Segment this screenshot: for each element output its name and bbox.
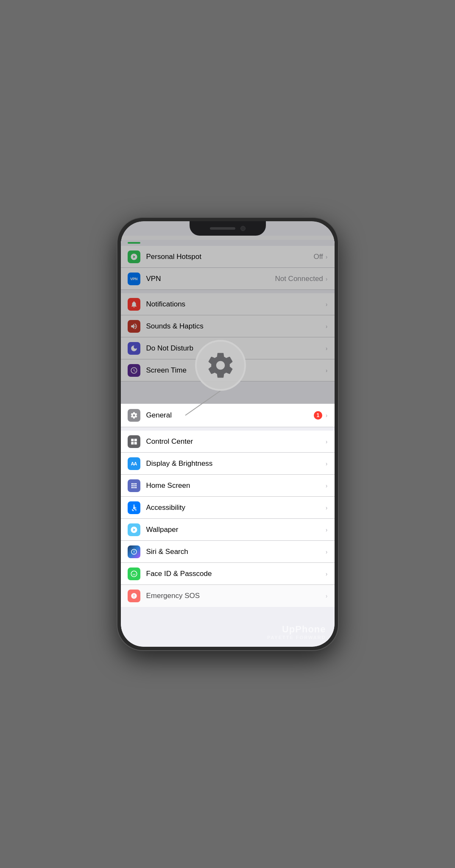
below-settings-list: Control Center › AA Display & Brightness…: [121, 427, 335, 647]
control-center-label: Control Center: [146, 437, 326, 446]
do-not-disturb-label: Do Not Disturb: [146, 344, 326, 353]
watermark: UpPhone PAYETTE FORWARD: [267, 624, 326, 640]
hotspot-chevron: ›: [326, 253, 328, 260]
accessibility-icon: [128, 501, 140, 514]
general-chevron: ›: [326, 412, 328, 419]
hotspot-icon: [128, 250, 140, 263]
face-id-icon: [128, 568, 140, 580]
general-icon: [128, 409, 140, 422]
screen-time-label: Screen Time: [146, 366, 326, 375]
control-center-icon: [128, 435, 140, 448]
control-center-chevron: ›: [326, 438, 328, 445]
face-id-chevron: ›: [326, 570, 328, 577]
watermark-brand: UpPhone: [267, 624, 326, 635]
general-row[interactable]: General 1 ›: [121, 403, 335, 427]
hotspot-value: Off: [313, 253, 323, 261]
vpn-label: VPN: [146, 275, 275, 283]
home-screen-chevron: ›: [326, 482, 328, 489]
screen-time-chevron: ›: [326, 367, 328, 374]
spacer-3: [121, 427, 335, 431]
display-brightness-label: Display & Brightness: [146, 459, 326, 468]
emergency-icon: [128, 590, 140, 602]
green-indicator: [128, 242, 140, 244]
sounds-label: Sounds & Haptics: [146, 322, 326, 331]
personal-hotspot-row[interactable]: Personal Hotspot Off ›: [121, 246, 335, 268]
hotspot-label: Personal Hotspot: [146, 253, 314, 261]
watermark-sub: PAYETTE FORWARD: [267, 635, 326, 640]
svg-point-0: [133, 504, 134, 506]
sounds-row[interactable]: Sounds & Haptics ›: [121, 315, 335, 337]
accessibility-chevron: ›: [326, 504, 328, 511]
screen-time-icon: [128, 364, 140, 377]
spacer-2: [121, 381, 335, 385]
vpn-row[interactable]: VPN VPN Not Connected ›: [121, 268, 335, 290]
spacer-1: [121, 290, 335, 293]
emergency-label: Emergency SOS: [146, 592, 326, 600]
wallpaper-row[interactable]: Wallpaper ›: [121, 519, 335, 541]
home-screen-label: Home Screen: [146, 481, 326, 490]
vpn-chevron: ›: [326, 275, 328, 282]
speaker: [210, 227, 235, 230]
notifications-label: Notifications: [146, 300, 326, 309]
top-spacer: [121, 240, 335, 246]
wallpaper-label: Wallpaper: [146, 526, 326, 534]
display-brightness-row[interactable]: AA Display & Brightness ›: [121, 453, 335, 475]
face-id-label: Face ID & Passcode: [146, 570, 326, 578]
face-id-row[interactable]: Face ID & Passcode ›: [121, 563, 335, 585]
accessibility-label: Accessibility: [146, 504, 326, 512]
sounds-icon: [128, 320, 140, 333]
front-camera: [240, 226, 246, 231]
home-screen-icon: [128, 479, 140, 492]
notch: [190, 221, 266, 236]
do-not-disturb-icon: [128, 342, 140, 355]
siri-chevron: ›: [326, 548, 328, 555]
vpn-icon: VPN: [128, 273, 140, 285]
wallpaper-chevron: ›: [326, 526, 328, 533]
siri-label: Siri & Search: [146, 548, 326, 556]
notifications-row[interactable]: Notifications ›: [121, 293, 335, 315]
sounds-chevron: ›: [326, 323, 328, 330]
general-label: General: [146, 411, 314, 420]
control-center-row[interactable]: Control Center ›: [121, 431, 335, 453]
emergency-chevron: ›: [326, 593, 328, 599]
do-not-disturb-chevron: ›: [326, 345, 328, 352]
accessibility-row[interactable]: Accessibility ›: [121, 497, 335, 519]
siri-search-row[interactable]: Siri & Search ›: [121, 541, 335, 563]
home-screen-row[interactable]: Home Screen ›: [121, 475, 335, 497]
notifications-chevron: ›: [326, 301, 328, 308]
emergency-sos-row[interactable]: Emergency SOS ›: [121, 585, 335, 607]
wallpaper-icon: [128, 523, 140, 536]
top-settings-list: Personal Hotspot Off › VPN VPN Not Conne…: [121, 240, 335, 403]
vpn-value: Not Connected: [275, 275, 323, 283]
screen-time-row[interactable]: Screen Time ›: [121, 359, 335, 381]
display-brightness-icon: AA: [128, 457, 140, 470]
siri-icon: [128, 545, 140, 558]
do-not-disturb-row[interactable]: Do Not Disturb ›: [121, 337, 335, 359]
general-badge: 1: [314, 411, 322, 420]
display-brightness-chevron: ›: [326, 460, 328, 467]
notifications-icon: [128, 298, 140, 311]
